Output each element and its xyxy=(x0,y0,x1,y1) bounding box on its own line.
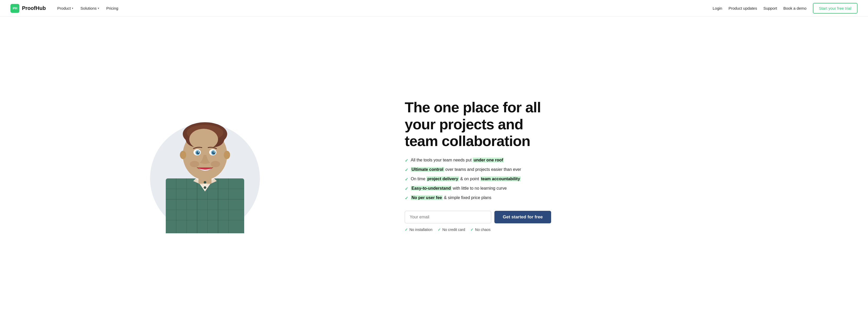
svg-point-34 xyxy=(204,186,206,189)
svg-point-26 xyxy=(212,151,215,154)
nav-link-solutions[interactable]: Solutions ▾ xyxy=(78,4,102,12)
chevron-down-icon: ▾ xyxy=(72,7,73,10)
no-credit-card-label: No credit card xyxy=(442,228,465,232)
feature-list: ✓ All the tools your team needs put unde… xyxy=(405,157,551,201)
highlight-team-accountability: team accountability xyxy=(480,176,521,181)
nav-link-product[interactable]: Product ▾ xyxy=(54,4,76,12)
highlight-easy-to-understand: Easy-to-understand xyxy=(411,186,452,191)
check-icon-1: ✓ xyxy=(405,158,408,164)
chevron-down-icon: ▾ xyxy=(98,7,99,10)
email-input[interactable] xyxy=(405,211,491,223)
feature-item-3: ✓ On time project delivery & on point te… xyxy=(405,176,551,183)
nav-link-login[interactable]: Login xyxy=(713,6,722,10)
svg-point-28 xyxy=(214,151,215,152)
check-icon-no-installation: ✓ xyxy=(405,228,408,232)
navbar-right: Login Product updates Support Book a dem… xyxy=(713,3,858,13)
svg-point-27 xyxy=(198,151,199,152)
navbar: PH ProofHub Product ▾ Solutions ▾ Pricin… xyxy=(0,0,868,17)
check-icon-2: ✓ xyxy=(405,167,408,173)
hero-image-side xyxy=(21,98,389,233)
no-installation-label: No installation xyxy=(409,228,432,232)
nav-item-pricing: Pricing xyxy=(103,4,122,12)
feature-text-3: On time project delivery & on point team… xyxy=(411,176,521,182)
highlight-under-one-roof: under one roof xyxy=(473,158,504,163)
feature-text-1: All the tools your team needs put under … xyxy=(411,157,504,163)
nav-link-pricing[interactable]: Pricing xyxy=(103,4,122,12)
hero-content: The one place for all your projects and … xyxy=(389,99,551,232)
feature-text-5: No per user fee & simple fixed price pla… xyxy=(411,195,491,201)
hero-person-image xyxy=(155,98,255,233)
person-svg xyxy=(155,98,255,233)
no-chaos-badge: ✓ No chaos xyxy=(470,228,491,232)
nav-link-support[interactable]: Support xyxy=(764,6,777,10)
start-trial-button[interactable]: Start your free trial xyxy=(813,3,858,13)
check-icon-5: ✓ xyxy=(405,195,408,201)
check-icon-no-credit-card: ✓ xyxy=(438,228,441,232)
no-items-row: ✓ No installation ✓ No credit card ✓ No … xyxy=(405,228,551,232)
hero-section: The one place for all your projects and … xyxy=(0,17,868,314)
svg-point-33 xyxy=(204,181,206,184)
get-started-button[interactable]: Get started for free xyxy=(494,211,551,223)
check-icon-3: ✓ xyxy=(405,176,408,183)
feature-text-4: Easy-to-understand with little to no lea… xyxy=(411,185,507,191)
feature-item-5: ✓ No per user fee & simple fixed price p… xyxy=(405,195,551,201)
svg-point-31 xyxy=(180,151,186,159)
highlight-ultimate-control: Ultimate control xyxy=(411,167,444,172)
nav-links: Product ▾ Solutions ▾ Pricing xyxy=(54,4,121,12)
nav-item-solutions: Solutions ▾ xyxy=(78,4,102,12)
svg-point-30 xyxy=(211,161,220,167)
hero-title: The one place for all your projects and … xyxy=(405,99,551,149)
feature-item-4: ✓ Easy-to-understand with little to no l… xyxy=(405,185,551,192)
nav-label-product: Product xyxy=(57,6,71,10)
highlight-no-per-user-fee: No per user fee xyxy=(411,195,443,200)
check-icon-no-chaos: ✓ xyxy=(470,228,473,232)
navbar-left: PH ProofHub Product ▾ Solutions ▾ Pricin… xyxy=(10,4,121,13)
nav-link-product-updates[interactable]: Product updates xyxy=(728,6,757,10)
logo-initials: PH xyxy=(12,6,17,10)
logo-link[interactable]: PH ProofHub xyxy=(10,4,46,13)
nav-item-product: Product ▾ xyxy=(54,4,76,12)
svg-point-20 xyxy=(189,129,218,150)
no-installation-badge: ✓ No installation xyxy=(405,228,432,232)
svg-point-25 xyxy=(196,151,199,154)
feature-item-1: ✓ All the tools your team needs put unde… xyxy=(405,157,551,164)
nav-label-pricing: Pricing xyxy=(106,6,118,10)
logo-name: ProofHub xyxy=(22,5,46,11)
nav-link-book-demo[interactable]: Book a demo xyxy=(783,6,806,10)
no-credit-card-badge: ✓ No credit card xyxy=(438,228,465,232)
nav-label-solutions: Solutions xyxy=(81,6,97,10)
check-icon-4: ✓ xyxy=(405,186,408,192)
feature-item-2: ✓ Ultimate control over teams and projec… xyxy=(405,166,551,173)
highlight-project-delivery: project delivery xyxy=(426,176,459,181)
logo-icon: PH xyxy=(10,4,19,13)
svg-point-32 xyxy=(224,151,230,159)
no-chaos-label: No chaos xyxy=(475,228,491,232)
feature-text-2: Ultimate control over teams and projects… xyxy=(411,166,521,173)
email-row: Get started for free xyxy=(405,211,551,223)
svg-point-29 xyxy=(190,161,199,167)
